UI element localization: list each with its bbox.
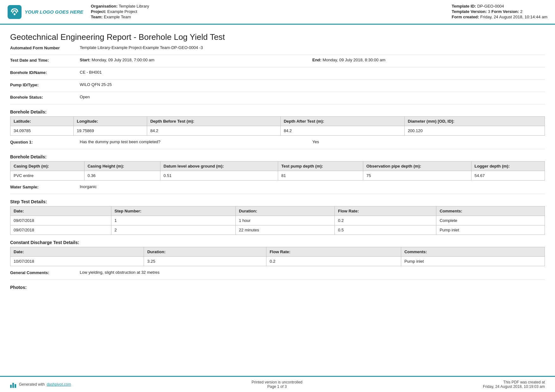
table-cell: 0.2 [266, 257, 401, 266]
borehole-details-2-table: Casing Depth (m): Casing Height (m): Dat… [10, 161, 545, 181]
question1-label: Question 1: [10, 139, 80, 144]
template-id-label: Template ID: [452, 4, 477, 9]
borehole-id-label: Borehole ID/Name: [10, 70, 80, 75]
automated-form-label: Automated Form Number [10, 45, 80, 50]
main-content: Geotechnical Engineering Report - Boreho… [0, 25, 555, 317]
form-version-value: 2 [520, 9, 522, 14]
table-cell: 84.2 [147, 126, 280, 136]
automated-form-row: Automated Form Number Template Library-E… [10, 45, 545, 52]
borehole-status-label: Borehole Status: [10, 95, 80, 100]
col-latitude: Latitude: [10, 117, 74, 126]
footer-right: This PDF was created at Friday, 24 Augus… [483, 380, 545, 389]
footer-link[interactable]: dashpivot.com [47, 382, 71, 387]
col-step-date: Date: [10, 206, 111, 216]
general-comments-label: General Comments: [10, 270, 80, 275]
col-logger-depth: Logger depth (m): [471, 162, 545, 171]
footer-pdf-created: This PDF was created at [483, 380, 545, 384]
footer-generated-text: Generated with [19, 382, 45, 387]
footer-pdf-date: Friday, 24 August 2018, 10:19:03 am [483, 384, 545, 389]
col-diameter: Diameter (mm) [OD, ID]: [404, 117, 545, 126]
template-version-value: 3 [488, 9, 491, 14]
project-label: Project: [91, 9, 107, 14]
water-sample-row: Water Sample: Inorganic [10, 184, 545, 191]
footer-logo-icon [10, 381, 17, 388]
table-cell: 0.2 [335, 216, 436, 225]
col-longitude: Longitude: [73, 117, 147, 126]
test-date-row: Test Date and Time: Start: Monday, 09 Ju… [10, 58, 545, 64]
bar2 [12, 383, 14, 388]
header-right: Template ID: DP-GEO-0004 Template Versio… [452, 4, 547, 20]
test-date-label: Test Date and Time: [10, 58, 80, 63]
general-comments-row: General Comments: Low yielding, slight o… [10, 270, 545, 277]
col-casing-depth: Casing Depth (m): [10, 162, 84, 171]
general-comments-value: Low yielding, slight obstruction at 32 m… [80, 270, 545, 275]
page-title: Geotechnical Engineering Report - Boreho… [10, 32, 545, 42]
col-step-duration: Duration: [236, 206, 335, 216]
pump-id-value: WILO QFN 25-25 [80, 82, 545, 87]
bar1 [10, 385, 12, 388]
automated-form-value: Template Library-Example Project-Example… [80, 45, 545, 50]
table-cell: Pump inlet [436, 225, 545, 235]
table-cell: 0.5 [335, 225, 436, 235]
footer-left: Generated with dashpivot.com [10, 381, 71, 388]
col-cd-date: Date: [10, 247, 144, 257]
table-cell: Pump inlet [401, 257, 545, 266]
header-center: Organisation: Template Library Project: … [91, 4, 444, 20]
pump-id-label: Pump ID/Type: [10, 82, 80, 87]
footer-uncontrolled: Printed version is uncontrolled [252, 380, 302, 384]
table-cell: 2 [111, 225, 235, 235]
page-header: YOUR LOGO GOES HERE Organisation: Templa… [0, 0, 555, 25]
borehole-id-row: Borehole ID/Name: CE - BH001 [10, 70, 545, 77]
form-created-label: Form created: [452, 15, 480, 19]
question1-text: Has the dummy pump test been completed? [80, 139, 312, 144]
team-label: Team: [91, 15, 104, 19]
table-cell: 75 [363, 171, 471, 181]
footer-center: Printed version is uncontrolled Page 1 o… [252, 380, 302, 389]
water-sample-label: Water Sample: [10, 184, 80, 189]
table-cell: 22 minutes [236, 225, 335, 235]
project-value: Example Project [107, 9, 137, 14]
table-cell: 84.2 [280, 126, 404, 136]
page-footer: Generated with dashpivot.com Printed ver… [0, 376, 555, 392]
org-value: Template Library [119, 4, 149, 9]
table-cell: 09/07/2018 [10, 225, 111, 235]
constant-discharge-table: Date: Duration: Flow Rate: Comments: 10/… [10, 247, 545, 266]
borehole-id-value: CE - BH001 [80, 70, 545, 75]
table-cell: 81 [278, 171, 363, 181]
test-date-end: End: Monday, 09 July 2018, 8:30:00 am [312, 58, 545, 62]
borehole-status-row: Borehole Status: Open [10, 95, 545, 101]
team-value: Example Team [104, 15, 131, 19]
table-cell: 1 hour [236, 216, 335, 225]
col-cd-duration: Duration: [144, 247, 266, 257]
question1-row: Question 1: Has the dummy pump test been… [10, 139, 545, 146]
step-test-title: Step Test Details: [10, 199, 545, 204]
table-cell: 10/07/2018 [10, 257, 144, 266]
col-step-comments: Comments: [436, 206, 545, 216]
table-cell: 0.36 [84, 171, 160, 181]
col-step-number: Step Number: [111, 206, 235, 216]
col-cd-comments: Comments: [401, 247, 545, 257]
table-cell: 3.25 [144, 257, 266, 266]
template-version-label: Template Version: [452, 9, 488, 14]
bar3 [15, 384, 16, 388]
table-cell: 54.67 [471, 171, 545, 181]
col-cd-flow-rate: Flow Rate: [266, 247, 401, 257]
svg-point-0 [14, 13, 16, 15]
logo-text: YOUR LOGO GOES HERE [25, 9, 83, 15]
question1-answer: Yes [312, 139, 545, 144]
form-version-label: Form Version: [491, 9, 520, 14]
table-cell: 200.120 [404, 126, 545, 136]
col-test-pump-depth: Test pump depth (m): [278, 162, 363, 171]
test-date-start: Start: Monday, 09 July 2018, 7:00:00 am [80, 58, 312, 62]
photos-title: Photos: [10, 285, 545, 290]
constant-discharge-title: Constant Discharge Test Details: [10, 240, 545, 245]
template-id-value: DP-GEO-0004 [477, 4, 504, 9]
logo-icon [8, 5, 22, 19]
org-label: Organisation: [91, 4, 119, 9]
pump-id-row: Pump ID/Type: WILO QFN 25-25 [10, 82, 545, 89]
table-cell: PVC entire [10, 171, 84, 181]
col-obs-pipe-depth: Observation pipe depth (m): [363, 162, 471, 171]
step-test-table: Date: Step Number: Duration: Flow Rate: … [10, 206, 545, 235]
borehole-details-1-title: Borehole Details: [10, 109, 545, 114]
logo-area: YOUR LOGO GOES HERE [8, 4, 83, 20]
